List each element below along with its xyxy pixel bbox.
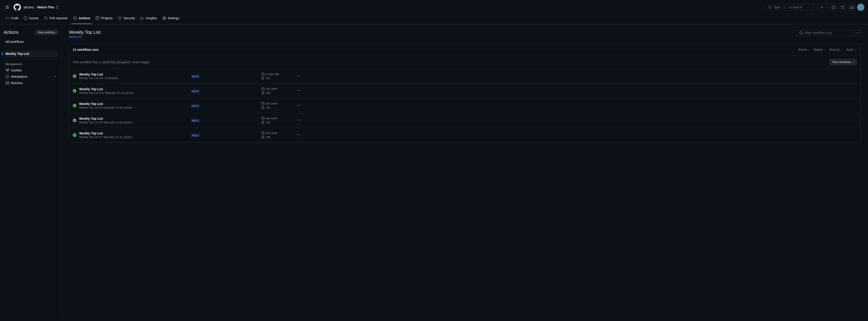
tab-actions[interactable]: Actions	[71, 14, 92, 24]
calendar-icon	[261, 102, 265, 105]
sidebar-divider	[4, 59, 58, 59]
breadcrumb-separator: /	[35, 5, 36, 9]
issues-tray-button[interactable]	[830, 4, 837, 11]
tab-pulls[interactable]: Pull requests	[42, 14, 70, 24]
search-icon	[799, 31, 803, 35]
search-label: Type	[773, 5, 780, 9]
notifications-button[interactable]	[848, 4, 855, 11]
run-subtitle: Weekly Top List #7: Manually run by yikZ…	[79, 135, 188, 139]
kebab-icon	[297, 118, 301, 122]
search-hint: to search	[789, 5, 802, 9]
hamburger-icon	[5, 5, 9, 9]
tab-insights[interactable]: Insights	[138, 14, 158, 24]
repo-link[interactable]: Watch-This	[37, 5, 54, 9]
caret-down-icon	[855, 49, 857, 51]
sidebar-item-label: Attestations	[11, 75, 27, 78]
git-pull-request-icon	[841, 5, 844, 9]
tab-label: Actions	[79, 16, 90, 20]
sidebar-item-attestations[interactable]: Attestations ↗	[4, 73, 58, 80]
stopwatch-icon	[261, 121, 265, 124]
main-menu-button[interactable]	[4, 4, 11, 11]
verified-icon	[5, 75, 9, 78]
filter-runs-input[interactable]	[805, 31, 849, 35]
branch-badge[interactable]: main	[191, 119, 200, 122]
cache-icon	[5, 68, 9, 72]
tab-label: Security	[124, 16, 135, 20]
check-circle-icon	[73, 89, 76, 93]
shield-icon	[118, 16, 122, 20]
tab-settings[interactable]: Settings	[160, 14, 181, 24]
workflow-title: Weekly Top List	[69, 30, 100, 35]
tab-code[interactable]: Code	[4, 14, 20, 24]
filter-status[interactable]: Status	[813, 48, 826, 52]
tab-projects[interactable]: Projects	[94, 14, 115, 24]
lock-icon	[56, 6, 59, 9]
run-title-link[interactable]: Weekly Top List	[79, 72, 103, 76]
run-actions-button[interactable]	[296, 132, 301, 138]
run-workflow-button[interactable]: Run workflow	[830, 59, 857, 65]
branch-badge[interactable]: main	[191, 133, 200, 137]
sidebar-item-label: Weekly Top List	[5, 52, 29, 56]
issue-icon	[832, 5, 835, 9]
run-actions-button[interactable]	[296, 88, 301, 94]
sidebar-all-workflows[interactable]: All workflows	[4, 38, 58, 45]
pull-requests-tray-button[interactable]	[839, 4, 846, 11]
stopwatch-icon	[261, 76, 265, 80]
workflow-run-row: Weekly Top List Weekly Top List #11: Sch…	[69, 69, 861, 84]
tab-label: Issues	[29, 16, 38, 20]
run-actions-button[interactable]	[296, 103, 301, 109]
run-subtitle: Weekly Top List #10: Manually run by yik…	[79, 91, 188, 95]
run-subtitle: Weekly Top List #9: Manually run by yikZ…	[79, 106, 188, 109]
sidebar-workflow-selected[interactable]: Weekly Top List	[4, 51, 58, 57]
workflow-file-link[interactable]: work.yml	[69, 35, 82, 38]
workflow-run-row: Weekly Top List Weekly Top List #7: Manu…	[69, 128, 861, 142]
owner-link[interactable]: yikzero	[24, 5, 34, 9]
run-title-link[interactable]: Weekly Top List	[79, 87, 103, 91]
new-workflow-button[interactable]: New workflow	[35, 30, 58, 35]
calendar-icon	[261, 72, 265, 76]
stopwatch-icon	[261, 106, 265, 109]
sidebar-item-runners[interactable]: Runners	[4, 80, 58, 86]
kebab-icon	[297, 104, 301, 107]
plus-icon	[820, 5, 824, 9]
workflow-run-row: Weekly Top List Weekly Top List #9: Manu…	[69, 98, 861, 113]
run-duration: 36s	[266, 91, 270, 95]
run-title-link[interactable]: Weekly Top List	[79, 102, 103, 106]
run-duration: 26s	[266, 121, 270, 124]
caret-down-icon	[808, 49, 810, 51]
run-title-link[interactable]: Weekly Top List	[79, 117, 103, 120]
kebab-icon	[297, 89, 301, 93]
global-search[interactable]: Type / to search	[765, 4, 814, 10]
caret-down-icon	[824, 49, 826, 51]
filter-branch[interactable]: Branch	[830, 48, 843, 52]
filter-runs-input-wrapper[interactable]	[796, 30, 852, 36]
workflow-settings-button[interactable]	[855, 30, 861, 36]
github-logo[interactable]	[13, 4, 21, 11]
branch-badge[interactable]: main	[191, 74, 200, 78]
branch-badge[interactable]: main	[191, 89, 200, 93]
run-title-link[interactable]: Weekly Top List	[79, 131, 103, 135]
sidebar-item-label: Runners	[11, 81, 23, 85]
stopwatch-icon	[261, 135, 265, 139]
git-pull-request-icon	[44, 16, 48, 20]
dispatch-text: This workflow has a workflow_dispatch ev…	[73, 60, 150, 64]
graph-icon	[141, 16, 144, 20]
calendar-icon	[261, 117, 265, 120]
workflow-run-row: Weekly Top List Weekly Top List #10: Man…	[69, 84, 861, 98]
branch-badge[interactable]: main	[191, 104, 200, 108]
tab-security[interactable]: Security	[116, 14, 137, 24]
check-circle-icon	[73, 74, 76, 78]
run-actions-button[interactable]	[296, 118, 301, 124]
kebab-icon	[856, 31, 859, 35]
run-duration: 36s	[266, 76, 270, 80]
run-time: last week	[266, 117, 277, 120]
create-new-button[interactable]	[818, 4, 828, 11]
filter-event[interactable]: Event	[799, 48, 810, 52]
filter-actor[interactable]: Actor	[846, 48, 857, 52]
avatar[interactable]	[857, 4, 864, 11]
caret-down-icon	[824, 6, 827, 8]
sidebar-item-caches[interactable]: Caches	[4, 67, 58, 73]
tab-issues[interactable]: Issues	[22, 14, 40, 24]
run-actions-button[interactable]	[296, 73, 301, 79]
workflow-run-row: Weekly Top List Weekly Top List #8: Manu…	[69, 113, 861, 128]
